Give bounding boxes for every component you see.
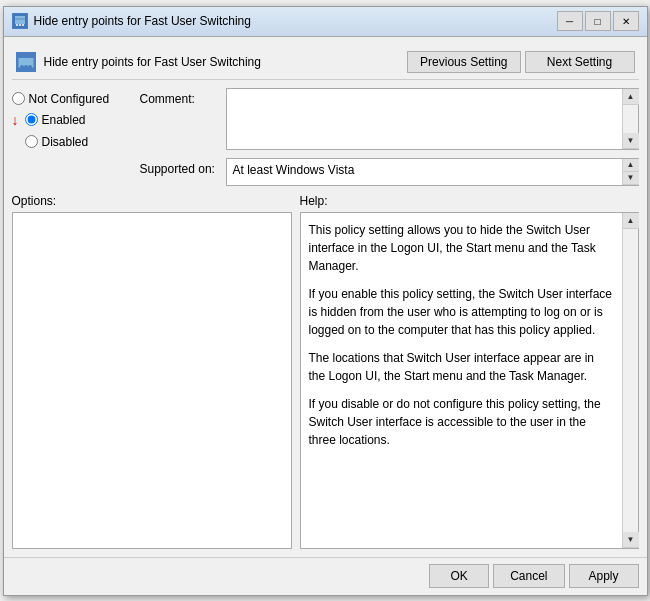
cancel-button[interactable]: Cancel bbox=[493, 564, 564, 588]
supported-value: At least Windows Vista bbox=[227, 159, 622, 185]
help-panel: Help: This policy setting allows you to … bbox=[300, 194, 639, 549]
options-panel: Options: bbox=[12, 194, 292, 549]
svg-point-8 bbox=[20, 65, 24, 69]
close-button[interactable]: ✕ bbox=[613, 11, 639, 31]
svg-point-10 bbox=[28, 65, 32, 69]
comment-scrollbar: ▲ ▼ bbox=[622, 89, 638, 149]
help-p1: This policy setting allows you to hide t… bbox=[309, 221, 614, 275]
svg-point-3 bbox=[16, 24, 18, 26]
supported-label: Supported on: bbox=[140, 158, 220, 176]
minimize-button[interactable]: ─ bbox=[557, 11, 583, 31]
not-configured-label: Not Configured bbox=[29, 92, 110, 106]
right-fields: Comment: ▲ ▼ Supported on: bbox=[140, 88, 639, 186]
help-scroll-track bbox=[623, 229, 638, 532]
radio-section: Not Configured ↓ Enabled ↓ Disabled bbox=[12, 88, 132, 186]
help-text-area: This policy setting allows you to hide t… bbox=[301, 213, 622, 548]
bottom-section: Options: Help: This policy setting allow… bbox=[12, 194, 639, 549]
next-setting-button[interactable]: Next Setting bbox=[525, 51, 635, 73]
help-scroll-up[interactable]: ▲ bbox=[623, 213, 639, 229]
window-icon bbox=[12, 13, 28, 29]
help-p2: If you enable this policy setting, the S… bbox=[309, 285, 614, 339]
help-header: Help: bbox=[300, 194, 639, 208]
supported-scroll-down[interactable]: ▼ bbox=[623, 172, 639, 185]
top-section: Not Configured ↓ Enabled ↓ Disabled bbox=[12, 88, 639, 186]
header-buttons: Previous Setting Next Setting bbox=[407, 51, 634, 73]
help-scroll-down[interactable]: ▼ bbox=[623, 532, 639, 548]
supported-row: Supported on: At least Windows Vista ▲ ▼ bbox=[140, 158, 639, 186]
enabled-radio[interactable] bbox=[25, 113, 38, 126]
main-window: Hide entry points for Fast User Switchin… bbox=[3, 6, 648, 596]
svg-point-4 bbox=[19, 24, 21, 26]
title-bar: Hide entry points for Fast User Switchin… bbox=[4, 7, 647, 37]
help-container: This policy setting allows you to hide t… bbox=[300, 212, 639, 549]
comment-scroll-down[interactable]: ▼ bbox=[623, 133, 639, 149]
comment-scroll-up[interactable]: ▲ bbox=[623, 89, 639, 105]
previous-setting-button[interactable]: Previous Setting bbox=[407, 51, 520, 73]
content-area: Hide entry points for Fast User Switchin… bbox=[4, 37, 647, 557]
header-icon bbox=[16, 52, 36, 72]
apply-button[interactable]: Apply bbox=[569, 564, 639, 588]
help-text: This policy setting allows you to hide t… bbox=[309, 221, 614, 449]
help-p3: The locations that Switch User interface… bbox=[309, 349, 614, 385]
svg-point-9 bbox=[24, 65, 28, 69]
options-header: Options: bbox=[12, 194, 292, 208]
enabled-arrow-icon: ↓ bbox=[12, 112, 19, 128]
enabled-radio-item[interactable]: ↓ Enabled bbox=[12, 112, 132, 128]
comment-row: Comment: ▲ ▼ bbox=[140, 88, 639, 150]
comment-label: Comment: bbox=[140, 88, 220, 106]
ok-button[interactable]: OK bbox=[429, 564, 489, 588]
svg-rect-7 bbox=[18, 54, 34, 58]
supported-scroll-up[interactable]: ▲ bbox=[623, 159, 639, 172]
svg-rect-1 bbox=[15, 16, 25, 24]
options-box bbox=[12, 212, 292, 549]
maximize-button[interactable]: □ bbox=[585, 11, 611, 31]
help-scrollbar: ▲ ▼ bbox=[622, 213, 638, 548]
help-p4: If you disable or do not configure this … bbox=[309, 395, 614, 449]
enabled-label: Enabled bbox=[42, 113, 86, 127]
svg-point-5 bbox=[22, 24, 24, 26]
title-controls: ─ □ ✕ bbox=[557, 11, 639, 31]
supported-scrollbar: ▲ ▼ bbox=[622, 159, 638, 185]
not-configured-radio[interactable] bbox=[12, 92, 25, 105]
disabled-radio-item[interactable]: ↓ Disabled bbox=[12, 134, 132, 150]
header-title: Hide entry points for Fast User Switchin… bbox=[44, 55, 408, 69]
not-configured-radio-item[interactable]: Not Configured bbox=[12, 92, 132, 106]
disabled-label: Disabled bbox=[42, 135, 89, 149]
comment-textarea[interactable] bbox=[227, 89, 622, 149]
disabled-radio[interactable] bbox=[25, 135, 38, 148]
main-body: Not Configured ↓ Enabled ↓ Disabled bbox=[12, 88, 639, 549]
footer: OK Cancel Apply bbox=[4, 557, 647, 595]
header-section: Hide entry points for Fast User Switchin… bbox=[12, 45, 639, 80]
comment-scroll-track bbox=[623, 105, 638, 133]
window-title: Hide entry points for Fast User Switchin… bbox=[34, 14, 557, 28]
